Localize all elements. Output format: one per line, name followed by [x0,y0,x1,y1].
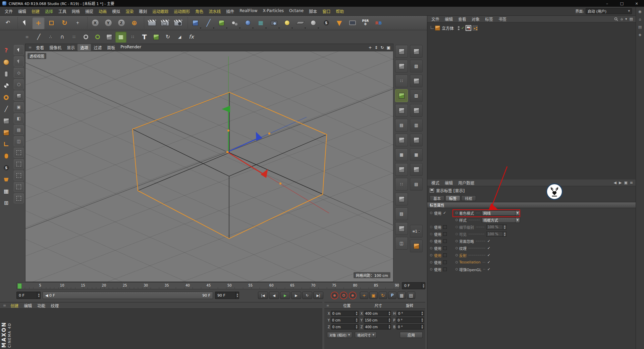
dashed-select-1[interactable] [14,148,24,158]
palette-icon[interactable] [395,45,408,58]
deformer-button[interactable]: ▾ [241,17,254,29]
mode-button-6[interactable]: ▤ [14,125,24,135]
check-icon[interactable]: ✓ [487,260,490,264]
stepper-icon[interactable]: ▲▼ [355,325,358,329]
minimize-button[interactable]: – [600,0,614,7]
mode-button-3[interactable] [14,91,24,101]
home-icon[interactable]: ⌂ [621,17,623,21]
tab-tag[interactable]: 标签 [445,195,460,201]
dot-pair-tool[interactable]: ∷ [127,32,138,43]
palette-icon[interactable] [410,163,423,176]
palette-icon[interactable] [395,60,408,72]
psr-badge[interactable]: PSR0 [359,17,372,29]
menu-item-13[interactable]: 角色 [193,8,206,15]
rotate-view-icon[interactable]: ↻ [381,45,384,50]
green-ring-tool[interactable] [92,32,103,43]
check-icon[interactable]: ✓ [487,246,490,250]
am-menu-0[interactable]: 模式 [429,180,442,186]
mesh-cube-tool[interactable] [104,32,115,43]
apply-button[interactable]: 应用 [400,332,423,338]
palette-icon[interactable]: ▨ [410,89,423,102]
stepper-icon[interactable]: ▲▼ [355,318,358,322]
plugin-arrow-button[interactable]: ▼ [333,17,345,29]
use-checkbox[interactable] [443,260,447,264]
menu-item-20[interactable]: 窗口 [320,8,333,15]
forward-icon[interactable]: ▶ [619,181,622,185]
fx-tool[interactable]: fx [186,32,197,43]
viewport-menu-2[interactable]: 显示 [64,44,77,51]
rb-plugin-badge[interactable]: RB [372,17,385,29]
paint-bucket-button[interactable] [1,174,11,185]
knife-tool[interactable]: ╱ [1,104,11,114]
palette-icon[interactable] [410,134,423,146]
mode-button-7[interactable]: ◫ [14,136,24,146]
material-menu-2[interactable]: 功能 [35,302,48,309]
panel-handle-icon[interactable]: ≡ [1,303,8,308]
anim-dot[interactable] [430,226,432,228]
mode-button-2[interactable]: ○ [14,79,24,89]
x-scale-handle[interactable] [279,183,281,185]
stepper-icon[interactable]: ▲▼ [388,311,391,316]
rot-h-field[interactable]: 0 °▲▼ [397,311,424,316]
dot-grid-tool[interactable]: ∷ [68,32,79,43]
viewport-menu-1[interactable]: 摄像机 [47,44,64,51]
cube-object-icon[interactable] [435,26,440,31]
stepper-icon[interactable]: ▲▼ [420,311,424,316]
display-tag-icon[interactable] [466,26,471,31]
key-parameter-toggle[interactable]: P [388,292,396,299]
lock-y-button[interactable]: Y [102,17,114,29]
texture-mode-button[interactable] [1,81,11,91]
pos-y-field[interactable]: 0 cm▲▼ [331,317,359,323]
toolbar-handle[interactable]: ≡ [21,32,33,43]
sketch-ball-button[interactable]: S [1,163,11,173]
material-menu-0[interactable]: 创建 [8,302,21,309]
back-icon[interactable]: ◀ [613,181,616,185]
am-menu-2[interactable]: 用户数据 [455,180,477,186]
current-frame-field[interactable]: 0 F ▲▼ [16,292,41,299]
palette-icon[interactable] [395,222,408,235]
anim-dot[interactable] [430,240,432,242]
phong-tag-icon[interactable] [473,26,478,31]
cylinder-tool[interactable] [1,69,11,79]
dashed-select-5[interactable] [14,193,24,203]
maximize-button[interactable]: □ [614,0,629,7]
check-icon[interactable]: ✓ [487,239,490,243]
transport-button-0[interactable]: |◀ [258,292,268,299]
mouse-mode-button[interactable] [1,151,11,161]
stepper-icon[interactable]: ▲▼ [420,325,424,329]
anim-dot[interactable] [455,247,458,249]
select-arrow-button[interactable] [14,45,24,55]
autokey-button[interactable] [340,292,347,299]
scale-tool[interactable] [45,17,58,29]
om-menu-4[interactable]: 标签 [482,16,496,22]
palette-icon[interactable] [395,163,408,176]
playhead[interactable] [17,283,22,289]
lock-x-button[interactable]: X [89,17,101,29]
size-y-field[interactable]: 150 cm▲▼ [364,317,391,323]
z-scale-handle[interactable] [268,133,270,135]
bookmark-icon[interactable]: ▤ [630,17,633,21]
use-checkbox[interactable] [443,246,447,250]
key-position-toggle[interactable]: + [360,292,368,299]
object-row-cube[interactable]: 立方体 ✓ [429,25,636,31]
rotate-tool[interactable]: ↻ [58,17,71,29]
size-x-field[interactable]: 400 cm▲▼ [364,311,391,316]
pos-z-field[interactable]: 0 cm▲▼ [331,324,359,330]
menu-item-16[interactable]: RealFlow [237,8,260,15]
anim-dot[interactable] [430,247,432,249]
select-box-button[interactable] [14,56,24,66]
viewport-menu-0[interactable]: 查看 [33,44,47,51]
enabled-check-icon[interactable]: ✓ [461,26,464,30]
menu-item-14[interactable]: 流水线 [206,8,223,15]
render-view-button[interactable] [146,17,158,29]
menu-item-18[interactable]: Octane [286,8,306,15]
stepper-icon[interactable]: ▲▼ [422,283,425,289]
palette-icon[interactable]: ▥ [410,119,423,132]
transport-button-5[interactable]: ▶| [313,292,323,299]
timeline-ruler[interactable]: 051015202530354045505560657075808590 [16,282,400,289]
model-mode-button[interactable] [1,116,11,126]
stepper-icon[interactable]: ▲▼ [355,311,358,316]
viewport-menu-4[interactable]: 过滤 [91,44,104,51]
add-cube-button[interactable]: ▾ [189,17,202,29]
menu-item-19[interactable]: 脚本 [306,8,320,15]
